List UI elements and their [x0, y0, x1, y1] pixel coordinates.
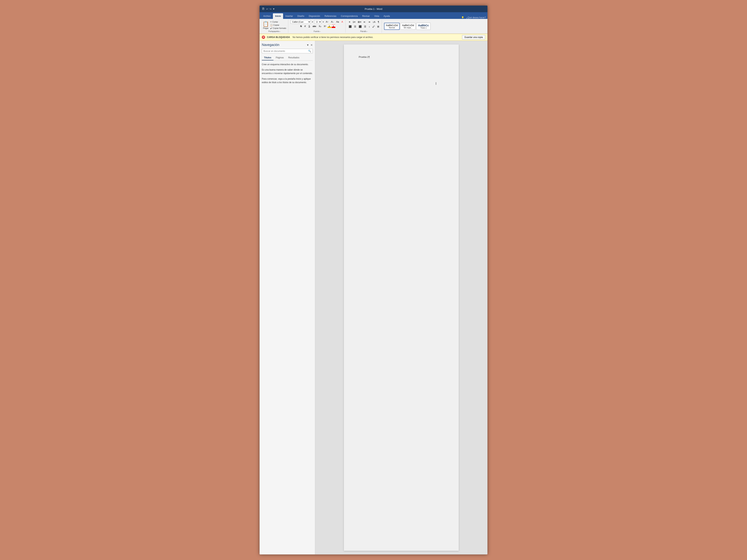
font-name-select[interactable]: Calibri (Cuer [290, 20, 311, 24]
show-formatting-button[interactable]: ¶ [377, 20, 380, 24]
title-bar-left: 🖹 ↩ ↪ ▼ [262, 7, 275, 10]
font-size-dropdown-icon[interactable]: ▼ [323, 21, 324, 23]
tab-diseno[interactable]: Diseño [295, 14, 306, 19]
redo-icon[interactable]: ↪ [269, 7, 272, 10]
navigation-panel: Navegación ▼ ✕ 🔍 Títulos Páginas Resulta… [260, 41, 315, 555]
tab-referencias[interactable]: Referencias [323, 14, 339, 19]
underline-button[interactable]: S [307, 24, 311, 28]
style-normal-preview: AaBbCcDd [386, 24, 398, 27]
undo-icon[interactable]: ↩ [266, 7, 268, 10]
style-titulo1-label: Título 1 [418, 27, 429, 29]
decrease-font-button[interactable]: A↓ [330, 20, 335, 24]
multilevel-list-button[interactable]: ⊞≡ [357, 20, 362, 24]
para-btns-row-2: ⬛ ☰ ⬛ ☰ ↕ 🖊 ⊞ [348, 25, 380, 28]
font-format-row: N K S abc X₂ X² A A [299, 24, 335, 28]
font-color-button[interactable]: A [332, 24, 335, 28]
group-portapapeles: 📋 Pegar ✂ Cortar 📋 Copiar 🖌 Copiar forma… [261, 20, 288, 33]
nav-dropdown-button[interactable]: ▼ [306, 44, 309, 47]
tab-disposicion[interactable]: Disposición [306, 14, 322, 19]
align-left-button[interactable]: ⬛ [348, 25, 353, 28]
save-copy-button[interactable]: Guardar una copia [462, 35, 485, 39]
tab-correspondencia[interactable]: Correspondencia [339, 14, 360, 19]
line-spacing-button[interactable]: ↕ [368, 25, 371, 28]
tab-ayuda[interactable]: Ayuda [381, 14, 392, 19]
document-area[interactable]: Prueba·1¶ I [315, 41, 487, 555]
font-name-dropdown-icon[interactable]: ▼ [312, 21, 313, 23]
highlight-color-button[interactable]: A [328, 24, 331, 28]
shading-button[interactable]: 🖊 [371, 25, 376, 28]
para-btns-row-1: ≡ 1≡ ⊞≡ ⇤ ⇥ ↕A ¶ [348, 20, 380, 24]
portapapeles-expand-icon[interactable]: ⌐ [280, 31, 281, 32]
align-center-button[interactable]: ☰ [353, 25, 357, 28]
style-titulo1-preview: AaBbCc [418, 24, 429, 27]
increase-indent-button[interactable]: ⇥ [367, 20, 371, 24]
style-normal[interactable]: AaBbCcDd Normal [384, 23, 400, 30]
tab-revisar[interactable]: Revisar [360, 14, 372, 19]
style-titulo1[interactable]: AaBbCc Título 1 [416, 23, 430, 30]
document-page[interactable]: Prueba·1¶ I [344, 45, 459, 551]
dropdown-icon[interactable]: ▼ [273, 7, 275, 10]
ribbon-right: 💡 ¿Qué desea hacer? [461, 16, 486, 19]
style-sinespa-label: Sin espa... [402, 27, 414, 29]
warning-bar: ✕ CARGA BLOQUEADA No hemos podido verifi… [260, 34, 487, 41]
pegar-icon: 📋 [262, 21, 269, 27]
nav-hint-3: Para comenzar, vaya a la pestaña Inicio … [262, 77, 313, 84]
nav-header: Navegación ▼ ✕ [262, 43, 313, 47]
italic-button[interactable]: K [303, 24, 307, 28]
font-size-select[interactable]: 11 [314, 20, 321, 24]
tab-vista[interactable]: Vista [372, 14, 381, 19]
nav-tabs: Títulos Páginas Resultados [262, 55, 313, 60]
window-title: Prueba 1 - Word [365, 7, 382, 10]
sort-button[interactable]: ↕A [372, 20, 376, 24]
main-area: Navegación ▼ ✕ 🔍 Títulos Páginas Resulta… [260, 41, 487, 555]
ribbon-tab-bar: Archivo Inicio Insertar Diseño Disposici… [260, 12, 487, 19]
decrease-indent-button[interactable]: ⇤ [363, 20, 367, 24]
warning-text: No hemos podido verificar si tiene los p… [292, 36, 373, 38]
justify-button[interactable]: ☰ [363, 25, 367, 28]
portapapeles-label: Portapapeles ⌐ [268, 30, 281, 32]
lightbulb-icon: 💡 [461, 16, 464, 19]
clear-format-button[interactable]: A [340, 20, 344, 24]
nav-tab-titulos[interactable]: Títulos [262, 55, 274, 60]
copiar-formato-button[interactable]: 🖌 Copiar formato [270, 27, 287, 29]
font-case-button[interactable]: Aa [335, 20, 340, 24]
style-normal-label: Normal [386, 27, 398, 29]
clipboard-secondary-buttons: ✂ Cortar 📋 Copiar 🖌 Copiar formato [270, 21, 287, 29]
tab-insertar[interactable]: Insertar [283, 14, 295, 19]
nav-tab-resultados[interactable]: Resultados [286, 55, 302, 60]
parrafo-label: Párrafo ⌐ [360, 30, 368, 32]
parrafo-expand-icon[interactable]: ⌐ [367, 31, 367, 32]
ribbon-content: 📋 Pegar ✂ Cortar 📋 Copiar 🖌 Copiar forma… [260, 19, 487, 34]
nav-close-button[interactable]: ✕ [310, 44, 313, 47]
bold-button[interactable]: N [299, 24, 303, 28]
subscript-button[interactable]: X₂ [318, 24, 323, 28]
search-icon[interactable]: 🔍 [308, 50, 311, 52]
search-input[interactable] [263, 50, 308, 52]
tab-inicio[interactable]: Inicio [273, 14, 283, 19]
portapapeles-content: 📋 Pegar ✂ Cortar 📋 Copiar 🖌 Copiar forma… [262, 20, 287, 30]
group-fuente: Calibri (Cuer ▼ 11 ▼ A↑ A↓ Aa A N K S [289, 20, 346, 33]
cortar-button[interactable]: ✂ Cortar [270, 21, 287, 23]
nav-header-buttons: ▼ ✕ [306, 44, 313, 47]
pegar-button[interactable]: 📋 Pegar [262, 21, 269, 29]
styles-content: AaBbCcDd Normal AaBbCcDd Sin espa... AaB… [384, 23, 437, 30]
copiar-button[interactable]: 📋 Copiar [270, 24, 287, 26]
increase-font-button[interactable]: A↑ [325, 20, 329, 24]
strikethrough-button[interactable]: abc [311, 24, 317, 28]
document-content[interactable]: Prueba·1¶ [359, 56, 444, 58]
tab-archivo[interactable]: Archivo [261, 14, 273, 19]
search-help-text[interactable]: ¿Qué desea hacer? [466, 16, 486, 19]
fuente-expand-icon[interactable]: ⌐ [320, 31, 321, 32]
numbering-button[interactable]: 1≡ [352, 20, 357, 24]
group-estilos: AaBbCcDd Normal AaBbCcDd Sin espa... AaB… [383, 20, 438, 33]
quick-access-toolbar: ↩ ↪ ▼ [266, 7, 275, 10]
title-bar: 🖹 ↩ ↪ ▼ Prueba 1 - Word [260, 5, 487, 12]
borders-button[interactable]: ⊞ [376, 25, 380, 28]
nav-hint: Cree un esquema interactivo de su docume… [262, 63, 313, 86]
style-sinespa[interactable]: AaBbCcDd Sin espa... [401, 23, 416, 30]
warning-icon: ✕ [262, 35, 265, 39]
nav-tab-paginas[interactable]: Páginas [274, 55, 286, 60]
superscript-button[interactable]: X² [323, 24, 327, 28]
bullets-button[interactable]: ≡ [348, 20, 351, 24]
align-right-button[interactable]: ⬛ [358, 25, 363, 28]
